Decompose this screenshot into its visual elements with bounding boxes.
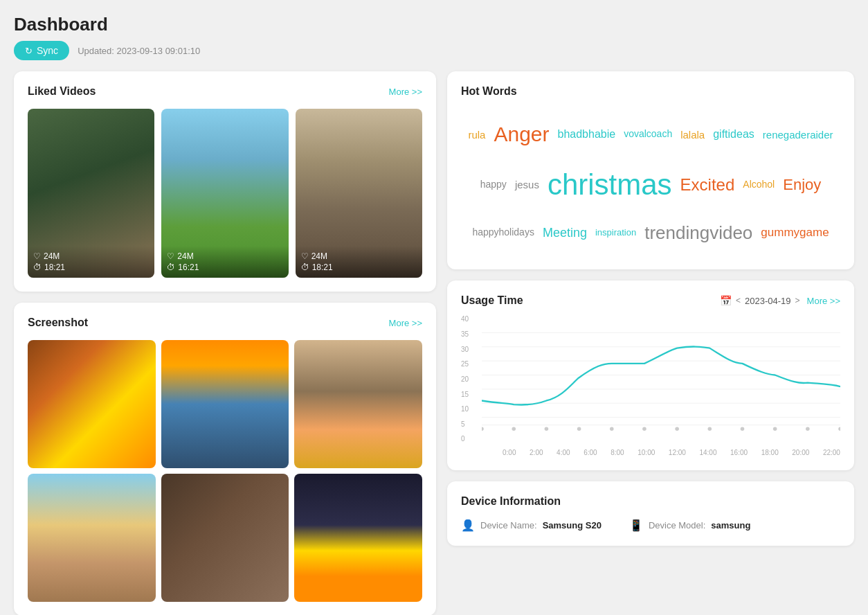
x-label: 0:00 [503, 449, 516, 456]
video-grid: ♡ 24M ⏱ 18:21 ♡ 24M [28, 109, 422, 278]
left-column: Liked Videos More >> ♡ 24M ⏱ 18:21 [14, 71, 436, 615]
sync-label: Sync [37, 45, 58, 56]
video-duration-2: 16:21 [178, 262, 199, 272]
screenshot-2[interactable] [161, 340, 289, 468]
usage-time-more[interactable]: More >> [807, 296, 840, 306]
word-cloud: rulaAngerbhadbhabievovalcoachlalalagifti… [461, 109, 840, 256]
screenshot-title: Screenshot [28, 317, 88, 329]
word-jesus[interactable]: jesus [515, 175, 539, 194]
word-happy[interactable]: happy [480, 176, 507, 193]
device-row: 👤 Device Name: Samsung S20 📱 Device Mode… [461, 519, 840, 532]
y-label: 15 [461, 391, 469, 398]
video-thumb-1[interactable]: ♡ 24M ⏱ 18:21 [28, 109, 154, 278]
hot-words-title: Hot Words [461, 85, 517, 98]
page-header: Dashboard ↻ Sync Updated: 2023-09-13 09:… [14, 14, 854, 60]
svg-point-15 [708, 427, 712, 431]
svg-point-11 [577, 427, 581, 431]
svg-point-17 [773, 427, 777, 431]
device-model-value: samsung [711, 520, 750, 531]
liked-videos-card: Liked Videos More >> ♡ 24M ⏱ 18:21 [14, 71, 436, 292]
hot-words-card: Hot Words rulaAngerbhadbhabievovalcoachl… [447, 71, 854, 269]
heart-icon-3: ♡ [301, 251, 309, 261]
word-gummygame[interactable]: gummygame [761, 222, 829, 244]
video-duration-1: 18:21 [44, 262, 65, 272]
video-likes-2: 24M [177, 251, 193, 261]
screenshot-1[interactable] [28, 340, 156, 468]
word-rula[interactable]: rula [468, 125, 485, 144]
svg-point-8 [482, 427, 484, 431]
word-renegaderaider[interactable]: renegaderaider [763, 125, 833, 144]
video-thumb-2[interactable]: ♡ 24M ⏱ 16:21 [161, 109, 288, 278]
word-giftideas[interactable]: giftideas [713, 125, 754, 145]
x-label: 16:00 [730, 449, 748, 456]
duration-icon-1: ⏱ [33, 262, 42, 272]
page-title: Dashboard [14, 14, 854, 35]
usage-chart [482, 315, 840, 443]
svg-point-16 [741, 427, 745, 431]
screenshot-more[interactable]: More >> [389, 318, 422, 328]
word-vovalcoach[interactable]: vovalcoach [624, 125, 672, 143]
usage-time-title: Usage Time [461, 294, 523, 307]
word-enjoy[interactable]: Enjoy [783, 171, 821, 199]
device-model-field: 📱 Device Model: samsung [629, 519, 750, 532]
header-bar: ↻ Sync Updated: 2023-09-13 09:01:10 [14, 41, 854, 60]
device-name-value: Samsung S20 [543, 520, 602, 531]
y-label: 5 [461, 420, 469, 428]
screenshot-header: Screenshot More >> [28, 317, 422, 329]
word-excited[interactable]: Excited [680, 170, 735, 199]
y-label: 35 [461, 330, 469, 338]
device-name-label: Device Name: [480, 520, 537, 531]
svg-point-18 [806, 427, 810, 431]
next-date-button[interactable]: > [795, 296, 800, 305]
chart-container: 0510152025303540 [461, 315, 840, 456]
video-thumb-3[interactable]: ♡ 24M ⏱ 18:21 [296, 109, 422, 278]
word-alcohol[interactable]: Alcohol [743, 176, 775, 193]
sync-icon: ↻ [25, 46, 33, 56]
usage-header: Usage Time 📅 < 2023-04-19 > More >> [461, 294, 840, 307]
x-label: 6:00 [584, 449, 597, 456]
y-label: 10 [461, 405, 469, 413]
svg-point-10 [545, 427, 549, 431]
heart-icon: ♡ [33, 251, 41, 261]
liked-videos-more[interactable]: More >> [389, 87, 422, 97]
x-label: 8:00 [611, 449, 624, 456]
word-anger[interactable]: Anger [494, 116, 549, 153]
current-date: 2023-04-19 [745, 296, 791, 306]
y-label: 40 [461, 315, 469, 323]
svg-point-19 [838, 427, 840, 431]
liked-videos-header: Liked Videos More >> [28, 85, 422, 98]
word-trendingvideo[interactable]: trendingvideo [644, 217, 752, 249]
x-label: 4:00 [557, 449, 570, 456]
duration-icon-2: ⏱ [167, 262, 175, 272]
sync-button[interactable]: ↻ Sync [14, 41, 69, 60]
screenshot-4[interactable] [28, 474, 156, 602]
svg-point-9 [512, 427, 516, 431]
svg-point-14 [675, 427, 679, 431]
y-label: 0 [461, 435, 469, 443]
word-lalala[interactable]: lalala [680, 125, 705, 144]
video-likes-3: 24M [311, 251, 327, 261]
updated-time: Updated: 2023-09-13 09:01:10 [78, 46, 200, 56]
device-model-label: Device Model: [649, 520, 705, 531]
video-duration-3: 18:21 [312, 262, 333, 272]
screenshot-3[interactable] [294, 340, 422, 468]
device-info-title: Device Information [461, 495, 561, 508]
prev-date-button[interactable]: < [736, 296, 741, 305]
video-likes-1: 24M [44, 251, 60, 261]
word-bhadbhabie[interactable]: bhadbhabie [558, 125, 616, 145]
calendar-icon: 📅 [720, 295, 732, 306]
device-info-header: Device Information [461, 495, 840, 508]
hot-words-header: Hot Words [461, 85, 840, 98]
screenshot-grid [28, 340, 422, 601]
word-inspiration[interactable]: inspiration [595, 224, 636, 240]
svg-point-13 [642, 427, 647, 431]
word-happyholidays[interactable]: happyholidays [472, 224, 534, 241]
x-label: 12:00 [669, 449, 686, 456]
svg-point-12 [610, 427, 614, 431]
screenshot-6[interactable] [294, 474, 422, 602]
word-meeting[interactable]: Meeting [543, 222, 587, 244]
word-christmas[interactable]: christmas [548, 159, 672, 211]
screenshot-5[interactable] [161, 474, 289, 602]
device-name-field: 👤 Device Name: Samsung S20 [461, 519, 602, 532]
heart-icon-2: ♡ [167, 251, 174, 261]
